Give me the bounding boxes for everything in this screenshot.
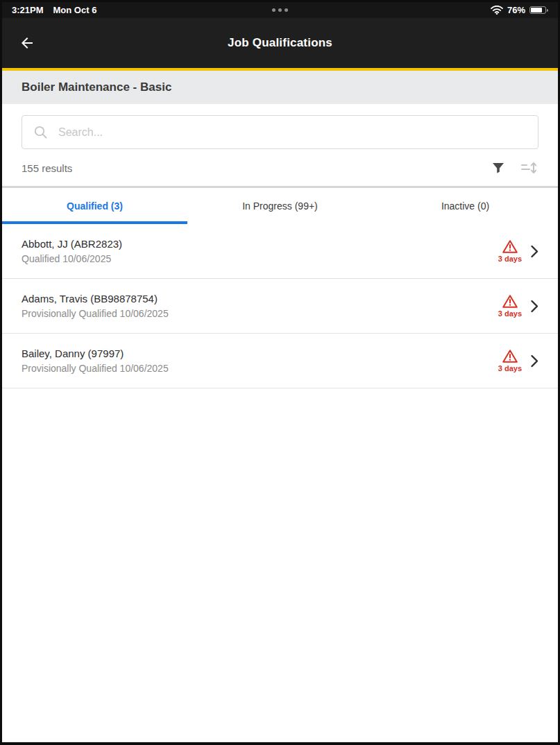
wifi-icon bbox=[491, 6, 503, 15]
days-remaining-badge: 3 days bbox=[498, 364, 522, 372]
page-title: Job Qualifications bbox=[2, 36, 558, 50]
expiry-alert: 3 days bbox=[498, 239, 522, 263]
filter-funnel-icon bbox=[491, 161, 505, 175]
qualification-status: Provisionally Qualified 10/06/2025 bbox=[22, 363, 169, 374]
chevron-right-icon bbox=[530, 300, 538, 313]
person-name: Bailey, Danny (97997) bbox=[22, 348, 169, 359]
search-box[interactable] bbox=[22, 115, 538, 149]
back-button[interactable] bbox=[15, 31, 40, 55]
expiry-alert: 3 days bbox=[498, 349, 522, 372]
section-header: Boiler Maintenance - Basic bbox=[2, 71, 558, 104]
expiry-alert: 3 days bbox=[498, 294, 522, 318]
chevron-right-icon bbox=[530, 245, 538, 258]
empty-space bbox=[2, 388, 558, 742]
sort-button[interactable] bbox=[520, 161, 538, 175]
status-date: Mon Oct 6 bbox=[53, 5, 97, 15]
battery-percent: 76% bbox=[507, 5, 525, 15]
list-item-abbott[interactable]: Abbott, JJ (ABR2823) Qualified 10/06/202… bbox=[2, 224, 558, 279]
search-icon bbox=[33, 125, 49, 140]
qualification-list: Abbott, JJ (ABR2823) Qualified 10/06/202… bbox=[2, 224, 558, 742]
filter-button[interactable] bbox=[491, 161, 505, 175]
tab-bar: Qualified (3) In Progress (99+) Inactive… bbox=[2, 188, 558, 224]
warning-icon bbox=[502, 294, 518, 309]
qualification-status: Qualified 10/06/2025 bbox=[22, 253, 122, 264]
tab-in-progress[interactable]: In Progress (99+) bbox=[187, 188, 373, 224]
list-item-adams[interactable]: Adams, Travis (BB98878754) Provisionally… bbox=[2, 279, 558, 334]
sort-icon bbox=[520, 161, 538, 175]
qualification-status: Provisionally Qualified 10/06/2025 bbox=[22, 308, 169, 319]
warning-icon bbox=[502, 349, 518, 363]
status-bar: 3:21PM Mon Oct 6 76% bbox=[2, 2, 558, 18]
section-title: Boiler Maintenance - Basic bbox=[22, 80, 171, 94]
search-input[interactable] bbox=[58, 126, 527, 139]
days-remaining-badge: 3 days bbox=[498, 255, 522, 263]
nav-bar: Job Qualifications bbox=[2, 18, 558, 71]
results-row: 155 results bbox=[22, 149, 538, 186]
arrow-left-icon bbox=[19, 35, 35, 51]
warning-icon bbox=[502, 239, 518, 254]
status-time: 3:21PM bbox=[12, 5, 44, 15]
list-item-bailey[interactable]: Bailey, Danny (97997) Provisionally Qual… bbox=[2, 334, 558, 388]
results-count: 155 results bbox=[22, 162, 72, 174]
person-name: Adams, Travis (BB98878754) bbox=[22, 293, 169, 305]
tab-qualified[interactable]: Qualified (3) bbox=[2, 188, 187, 224]
days-remaining-badge: 3 days bbox=[498, 309, 522, 318]
search-area: 155 results bbox=[2, 104, 558, 186]
app-window: 3:21PM Mon Oct 6 76% Job Qu bbox=[0, 0, 560, 745]
battery-icon bbox=[529, 6, 548, 14]
person-name: Abbott, JJ (ABR2823) bbox=[22, 238, 122, 250]
chevron-right-icon bbox=[530, 354, 538, 368]
tab-inactive[interactable]: Inactive (0) bbox=[373, 188, 558, 224]
